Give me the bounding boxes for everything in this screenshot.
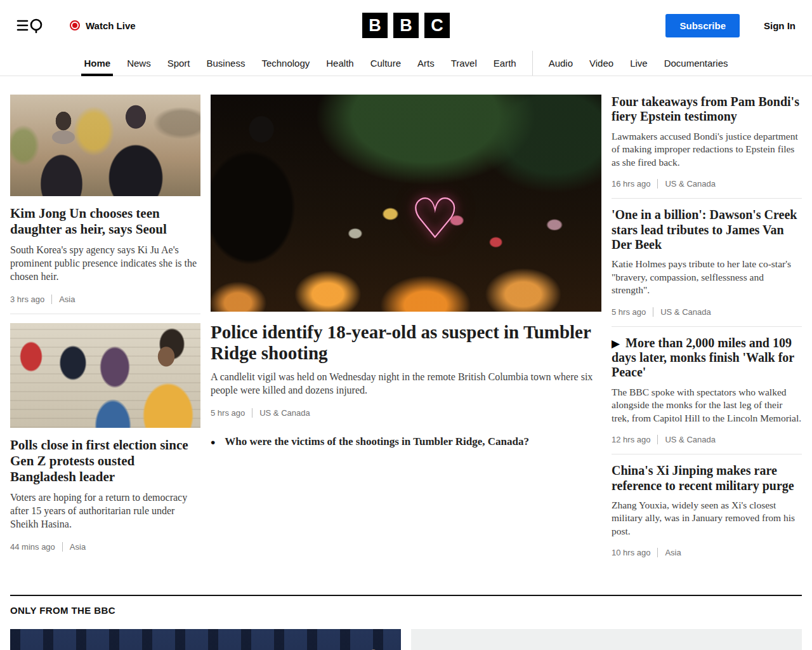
story-meta: 12 hrs ago US & Canada (612, 435, 802, 444)
right-column: Four takeaways from Pam Bondi's fiery Ep… (612, 95, 802, 557)
story-card-monks-walk: ▶More than 2,000 miles and 109 days late… (612, 336, 802, 455)
meta-divider (62, 542, 63, 552)
story-category: US & Canada (665, 435, 716, 444)
section-divider (10, 595, 802, 596)
hero-timestamp: 5 hrs ago (211, 408, 245, 418)
nav-item-video[interactable]: Video (581, 51, 622, 76)
story-timestamp: 12 hrs ago (612, 435, 650, 444)
meta-divider (51, 295, 52, 304)
nav-item-technology[interactable]: Technology (253, 51, 318, 76)
only-from-bbc-section: ONLY FROM THE BBC (0, 595, 812, 650)
card-divider (612, 454, 802, 454)
menu-search-icon[interactable] (16, 14, 46, 37)
vigil-hero-image[interactable]: ♡ (211, 95, 601, 312)
site-header: Watch Live B B C Subscribe Sign In (0, 0, 812, 51)
card-divider (612, 326, 802, 327)
kim-jong-un-image[interactable] (10, 95, 200, 196)
story-card-van-der-beek: 'One in a billion': Dawson's Creek stars… (612, 208, 802, 327)
hero-meta: 5 hrs ago US & Canada (211, 408, 601, 418)
story-category: Asia (70, 542, 86, 552)
feature-image-film-still[interactable] (10, 629, 401, 650)
story-summary: Katie Holmes pays tribute to her late co… (612, 258, 802, 296)
nav-item-live[interactable]: Live (622, 51, 656, 76)
play-icon: ▶ (612, 338, 620, 350)
feature-image-workers[interactable] (411, 629, 802, 650)
bbc-logo[interactable]: B B C (362, 13, 450, 38)
story-summary: South Korea's spy agency says Ki Ju Ae's… (10, 243, 200, 283)
sign-in-button[interactable]: Sign In (764, 20, 796, 31)
story-timestamp: 16 hrs ago (612, 179, 650, 189)
nav-divider (532, 51, 533, 76)
story-headline[interactable]: Kim Jong Un chooses teen daughter as hei… (10, 206, 200, 237)
card-divider (10, 314, 200, 314)
story-card-pam-bondi: Four takeaways from Pam Bondi's fiery Ep… (612, 95, 802, 199)
meta-divider (657, 548, 658, 557)
hero-headline[interactable]: Police identify 18-year-old as suspect i… (211, 322, 601, 364)
story-meta: 3 hrs ago Asia (10, 295, 200, 304)
meta-divider (657, 435, 658, 444)
story-summary: Zhang Youxia, widely seen as Xi's closes… (612, 499, 802, 538)
nav-item-home[interactable]: Home (75, 51, 119, 76)
nav-item-arts[interactable]: Arts (409, 51, 443, 76)
story-card-kim-jong-un: Kim Jong Un chooses teen daughter as hei… (10, 95, 200, 314)
top-stories-grid: Kim Jong Un chooses teen daughter as hei… (0, 95, 812, 557)
left-column: Kim Jong Un chooses teen daughter as hei… (10, 95, 200, 557)
hero-summary: A candlelit vigil was held on Wednesday … (211, 370, 601, 397)
story-category: US & Canada (660, 307, 711, 317)
bullet-icon: • (211, 435, 215, 449)
hero-category: US & Canada (259, 408, 310, 418)
story-summary: Voters are hoping for a return to democr… (10, 491, 200, 531)
neon-heart-shape: ♡ (410, 186, 460, 251)
nav-item-sport[interactable]: Sport (159, 51, 199, 76)
story-timestamp: 10 hrs ago (612, 548, 650, 557)
story-headline[interactable]: China's Xi Jinping makes rare reference … (612, 463, 802, 493)
story-timestamp: 3 hrs ago (10, 295, 44, 304)
hero-story: ♡ Police identify 18-year-old as suspect… (211, 95, 601, 557)
story-summary: The BBC spoke with spectators who walked… (612, 386, 802, 425)
hamburger-search-glyph (16, 17, 46, 34)
card-divider (612, 198, 802, 199)
story-card-bangladesh-polls: Polls close in first election since Gen … (10, 323, 200, 552)
meta-divider (657, 179, 658, 189)
logo-block-b2: B (393, 13, 419, 38)
nav-item-culture[interactable]: Culture (362, 51, 409, 76)
bbc-homepage: Watch Live B B C Subscribe Sign In Home … (0, 0, 812, 650)
story-meta: 5 hrs ago US & Canada (612, 307, 802, 317)
story-headline[interactable]: 'One in a billion': Dawson's Creek stars… (612, 208, 802, 252)
logo-block-b1: B (362, 13, 388, 38)
story-meta: 44 mins ago Asia (10, 542, 200, 552)
story-category: Asia (665, 548, 681, 557)
story-headline-text: More than 2,000 miles and 109 days later… (612, 336, 794, 380)
watch-live-link[interactable]: Watch Live (70, 20, 136, 31)
story-timestamp: 44 mins ago (10, 542, 55, 552)
logo-block-c: C (424, 13, 450, 38)
story-category: Asia (59, 295, 75, 304)
record-icon (70, 20, 80, 30)
section-title: ONLY FROM THE BBC (10, 605, 802, 616)
story-card-xi-jinping: China's Xi Jinping makes rare reference … (612, 463, 802, 557)
subscribe-button[interactable]: Subscribe (665, 14, 740, 37)
story-headline[interactable]: Polls close in first election since Gen … (10, 437, 200, 484)
nav-item-earth[interactable]: Earth (485, 51, 525, 76)
only-from-bbc-grid (0, 629, 812, 650)
related-story-text: Who were the victims of the shootings in… (225, 435, 529, 448)
nav-item-news[interactable]: News (119, 51, 159, 76)
header-actions: Subscribe Sign In (665, 14, 796, 37)
bangladesh-polls-image[interactable] (10, 323, 200, 428)
nav-item-travel[interactable]: Travel (443, 51, 485, 76)
story-headline[interactable]: ▶More than 2,000 miles and 109 days late… (612, 336, 802, 380)
nav-item-business[interactable]: Business (199, 51, 254, 76)
meta-divider (653, 307, 653, 317)
story-timestamp: 5 hrs ago (612, 307, 646, 317)
story-summary: Lawmakers accused Bondi's justice depart… (612, 130, 802, 169)
watch-live-label: Watch Live (86, 20, 136, 31)
story-meta: 10 hrs ago Asia (612, 548, 802, 557)
nav-item-health[interactable]: Health (318, 51, 362, 76)
story-headline[interactable]: Four takeaways from Pam Bondi's fiery Ep… (612, 95, 802, 124)
nav-item-documentaries[interactable]: Documentaries (656, 51, 737, 76)
meta-divider (252, 408, 252, 418)
story-category: US & Canada (665, 179, 716, 189)
story-meta: 16 hrs ago US & Canada (612, 179, 802, 189)
related-story-link[interactable]: • Who were the victims of the shootings … (211, 435, 601, 449)
nav-item-audio[interactable]: Audio (540, 51, 581, 76)
